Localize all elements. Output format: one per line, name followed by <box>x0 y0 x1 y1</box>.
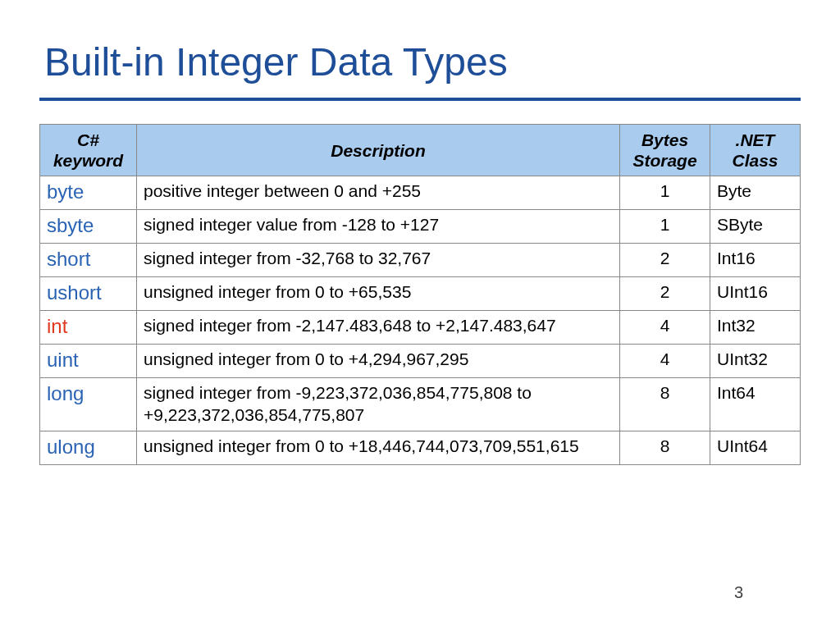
bytes-cell: 4 <box>620 345 710 378</box>
col-header-description: Description <box>137 125 620 176</box>
bytes-cell: 8 <box>620 431 710 464</box>
table-row: longsigned integer from -9,223,372,036,8… <box>40 378 801 431</box>
class-cell: Byte <box>710 176 801 210</box>
table-row: ushortunsigned integer from 0 to +65,535… <box>40 277 801 311</box>
keyword-cell: short <box>40 244 137 277</box>
table-body: bytepositive integer between 0 and +2551… <box>40 176 801 465</box>
class-cell: SByte <box>710 210 801 244</box>
col-header-keyword: C# keyword <box>40 125 137 176</box>
table-row: shortsigned integer from -32,768 to 32,7… <box>40 244 801 277</box>
class-cell: Int16 <box>710 244 801 277</box>
table-row: sbytesigned integer value from -128 to +… <box>40 210 801 244</box>
title-rule <box>39 98 801 101</box>
table-row: ulongunsigned integer from 0 to +18,446,… <box>40 431 801 464</box>
class-cell: UInt16 <box>710 277 801 311</box>
description-cell: positive integer between 0 and +255 <box>137 176 620 210</box>
description-cell: signed integer from -9,223,372,036,854,7… <box>137 378 620 431</box>
class-cell: UInt32 <box>710 345 801 378</box>
description-cell: unsigned integer from 0 to +18,446,744,0… <box>137 431 620 464</box>
bytes-cell: 1 <box>620 176 710 210</box>
keyword-cell: ushort <box>40 277 137 311</box>
keyword-cell: long <box>40 378 137 431</box>
description-cell: signed integer from -32,768 to 32,767 <box>137 244 620 277</box>
keyword-cell: uint <box>40 345 137 378</box>
description-cell: signed integer from -2,147.483,648 to +2… <box>137 311 620 345</box>
class-cell: Int64 <box>710 378 801 431</box>
bytes-cell: 8 <box>620 378 710 431</box>
table-row: uintunsigned integer from 0 to +4,294,96… <box>40 345 801 378</box>
description-cell: unsigned integer from 0 to +4,294,967,29… <box>137 345 620 378</box>
table-row: bytepositive integer between 0 and +2551… <box>40 176 801 210</box>
col-header-bytes: Bytes Storage <box>620 125 710 176</box>
keyword-cell: byte <box>40 176 137 210</box>
keyword-cell: int <box>40 311 137 345</box>
keyword-cell: ulong <box>40 431 137 464</box>
keyword-cell: sbyte <box>40 210 137 244</box>
table-row: intsigned integer from -2,147.483,648 to… <box>40 311 801 345</box>
page-number: 3 <box>734 583 743 602</box>
slide-title: Built-in Integer Data Types <box>39 39 801 84</box>
table-header-row: C# keyword Description Bytes Storage .NE… <box>40 125 801 176</box>
description-cell: signed integer value from -128 to +127 <box>137 210 620 244</box>
integer-types-table: C# keyword Description Bytes Storage .NE… <box>39 124 801 465</box>
class-cell: Int32 <box>710 311 801 345</box>
slide: Built-in Integer Data Types C# keyword D… <box>0 0 840 630</box>
bytes-cell: 2 <box>620 244 710 277</box>
col-header-class: .NET Class <box>710 125 801 176</box>
bytes-cell: 1 <box>620 210 710 244</box>
class-cell: UInt64 <box>710 431 801 464</box>
bytes-cell: 2 <box>620 277 710 311</box>
bytes-cell: 4 <box>620 311 710 345</box>
description-cell: unsigned integer from 0 to +65,535 <box>137 277 620 311</box>
